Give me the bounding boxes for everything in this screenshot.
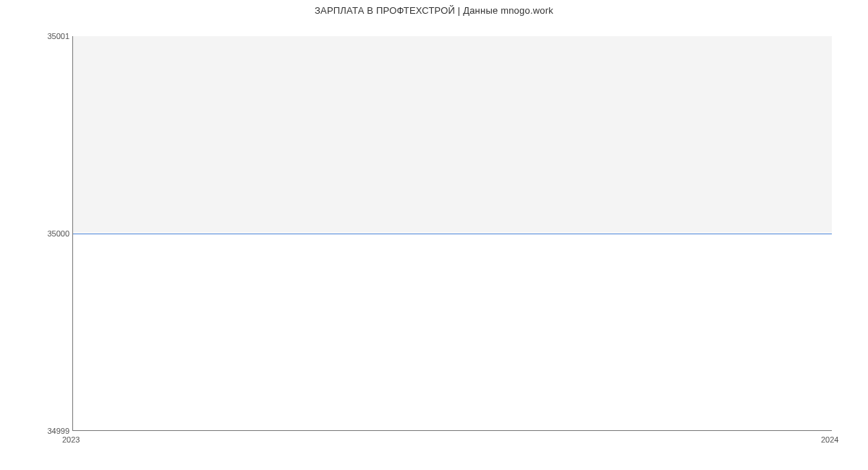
salary-chart: ЗАРПЛАТА В ПРОФТЕХСТРОЙ | Данные mnogo.w… — [0, 0, 868, 470]
x-tick-right: 2024 — [821, 435, 838, 444]
y-tick-bottom: 34999 — [4, 427, 69, 435]
y-tick-top: 35001 — [4, 32, 69, 40]
chart-title: ЗАРПЛАТА В ПРОФТЕХСТРОЙ | Данные mnogo.w… — [0, 5, 868, 16]
data-line — [73, 234, 832, 234]
y-tick-mid: 35000 — [4, 229, 69, 238]
plot-lower-band — [73, 233, 832, 430]
plot-area — [72, 36, 832, 431]
x-tick-left: 2023 — [62, 435, 80, 444]
